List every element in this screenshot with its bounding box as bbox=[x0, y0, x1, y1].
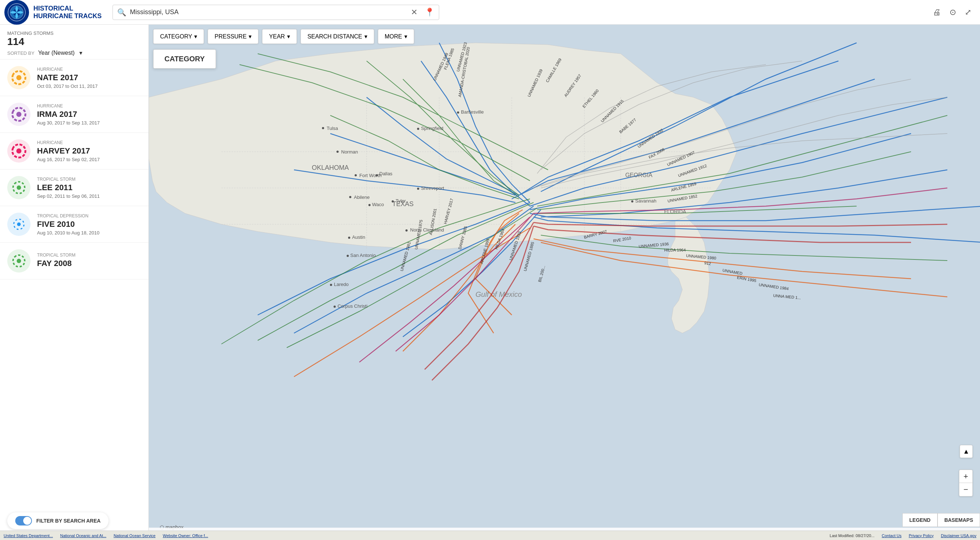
footer-link-owner[interactable]: Website Owner: Office f... bbox=[162, 534, 208, 538]
storm-card-lee[interactable]: TROPICAL STORM LEE 2011 Sep 02, 2011 to … bbox=[0, 170, 148, 206]
storm-card-nate[interactable]: HURRICANE NATE 2017 Oct 03, 2017 to Oct … bbox=[0, 60, 148, 96]
storm-info-fay: TROPICAL STORM FAY 2008 bbox=[37, 253, 141, 269]
svg-text:GEORGIA: GEORGIA bbox=[625, 172, 652, 178]
more-filter-button[interactable]: MORE ▾ bbox=[378, 29, 414, 44]
storm-icon-harvey bbox=[7, 139, 30, 163]
map-action-buttons: LEGEND BASEMAPS bbox=[902, 513, 980, 527]
legend-button[interactable]: LEGEND bbox=[902, 513, 937, 527]
storm-list: HURRICANE NATE 2017 Oct 03, 2017 to Oct … bbox=[0, 60, 148, 280]
storm-name-harvey: HARVEY 2017 bbox=[37, 146, 141, 156]
svg-point-60 bbox=[322, 127, 324, 129]
pressure-chevron-icon: ▾ bbox=[249, 33, 251, 40]
svg-point-6 bbox=[17, 186, 21, 190]
svg-point-62 bbox=[336, 151, 339, 153]
more-filter-label: MORE bbox=[385, 33, 402, 40]
svg-point-4 bbox=[16, 112, 21, 117]
app-title-line2: HURRICANE TRACKS bbox=[33, 12, 102, 20]
footer-link-usda[interactable]: United States Department... bbox=[4, 534, 53, 538]
storm-type-fay: TROPICAL STORM bbox=[37, 253, 141, 258]
svg-point-74 bbox=[417, 187, 419, 190]
svg-point-82 bbox=[334, 306, 336, 308]
map-area: CATEGORY ▾ PRESSURE ▾ YEAR ▾ SEARCH DIST… bbox=[149, 25, 980, 540]
app-header: HISTORICAL HURRICANE TRACKS 🔍 ✕ 📍 🖨 ⊙ ⤢ bbox=[0, 0, 980, 25]
svg-text:Gulf of Mexico: Gulf of Mexico bbox=[476, 290, 522, 298]
storm-icon-irma bbox=[7, 103, 30, 126]
clear-search-button[interactable]: ✕ bbox=[411, 8, 417, 17]
svg-text:Tyler: Tyler bbox=[396, 198, 406, 203]
storm-info-nate: HURRICANE NATE 2017 Oct 03, 2017 to Oct … bbox=[37, 67, 141, 89]
storm-dates-irma: Aug 30, 2017 to Sep 13, 2017 bbox=[37, 120, 141, 125]
footer-privacy[interactable]: Privacy Policy bbox=[909, 534, 934, 538]
storm-card-fay[interactable]: TROPICAL STORM FAY 2008 bbox=[0, 243, 148, 280]
storm-info-lee: TROPICAL STORM LEE 2011 Sep 02, 2011 to … bbox=[37, 177, 141, 199]
storm-name-fay: FAY 2008 bbox=[37, 259, 141, 268]
footer-contact[interactable]: Contact Us bbox=[881, 534, 901, 538]
storm-name-irma: IRMA 2017 bbox=[37, 110, 141, 119]
year-filter-button[interactable]: YEAR ▾ bbox=[262, 29, 297, 44]
svg-text:Tulsa: Tulsa bbox=[327, 125, 338, 131]
basemaps-button[interactable]: BASEMAPS bbox=[937, 513, 980, 527]
svg-point-76 bbox=[348, 237, 350, 239]
svg-text:Norman: Norman bbox=[341, 149, 358, 155]
svg-point-66 bbox=[375, 174, 378, 176]
svg-point-84 bbox=[406, 229, 407, 232]
svg-point-90 bbox=[631, 200, 633, 202]
panel-header: MATCHING STORMS 114 SORTED BY Year (Newe… bbox=[0, 25, 148, 60]
svg-text:Fort Worth: Fort Worth bbox=[360, 173, 382, 178]
storm-name-nate: NATE 2017 bbox=[37, 73, 141, 83]
category-dropdown-popup: CATEGORY bbox=[153, 49, 216, 68]
search-input[interactable] bbox=[130, 8, 407, 16]
storm-type-five: TROPICAL DEPRESSION bbox=[37, 213, 141, 218]
storm-info-harvey: HURRICANE HARVEY 2017 Aug 16, 2017 to Se… bbox=[37, 140, 141, 162]
svg-point-80 bbox=[330, 284, 332, 286]
svg-point-78 bbox=[347, 255, 349, 257]
left-panel: MATCHING STORMS 114 SORTED BY Year (Newe… bbox=[0, 25, 149, 540]
footer-disclaimer[interactable]: Disclaimer USA.gov bbox=[941, 534, 976, 538]
distance-chevron-icon: ▾ bbox=[364, 33, 368, 40]
zoom-in-button[interactable]: + bbox=[959, 470, 972, 483]
svg-point-5 bbox=[16, 148, 21, 154]
storm-type-lee: TROPICAL STORM bbox=[37, 177, 141, 182]
category-filter-button[interactable]: CATEGORY ▾ bbox=[153, 29, 204, 44]
zoom-out-button[interactable]: − bbox=[959, 483, 972, 496]
svg-text:San Antonio: San Antonio bbox=[350, 253, 375, 258]
search-icon[interactable]: 🔍 bbox=[117, 8, 126, 17]
storm-card-harvey[interactable]: HURRICANE HARVEY 2017 Aug 16, 2017 to Se… bbox=[0, 133, 148, 170]
year-chevron-icon: ▾ bbox=[287, 33, 290, 40]
storm-dates-lee: Sep 02, 2011 to Sep 06, 2011 bbox=[37, 194, 141, 199]
footer-link-noaa[interactable]: National Oceanic and At... bbox=[60, 534, 107, 538]
sorted-by-label: SORTED BY bbox=[7, 51, 35, 56]
storm-dates-five: Aug 10, 2010 to Aug 18, 2010 bbox=[37, 230, 141, 235]
matching-count: 114 bbox=[7, 36, 141, 48]
settings-icon[interactable]: ⊙ bbox=[950, 8, 956, 17]
category-dropdown-label: CATEGORY bbox=[164, 55, 205, 63]
storm-card-irma[interactable]: HURRICANE IRMA 2017 Aug 30, 2017 to Sep … bbox=[0, 96, 148, 133]
storm-dates-nate: Oct 03, 2017 to Oct 11, 2017 bbox=[37, 83, 141, 89]
locate-icon[interactable]: 📍 bbox=[425, 8, 434, 17]
svg-text:North Cleveland: North Cleveland bbox=[410, 227, 444, 233]
storm-type-nate: HURRICANE bbox=[37, 67, 141, 72]
storm-icon-five bbox=[7, 213, 30, 236]
app-title: HISTORICAL HURRICANE TRACKS bbox=[33, 5, 102, 20]
storm-card-five[interactable]: TROPICAL DEPRESSION FIVE 2010 Aug 10, 20… bbox=[0, 206, 148, 243]
storm-info-irma: HURRICANE IRMA 2017 Aug 30, 2017 to Sep … bbox=[37, 103, 141, 125]
distance-filter-button[interactable]: SEARCH DISTANCE ▾ bbox=[301, 29, 374, 44]
svg-point-7 bbox=[17, 222, 21, 226]
year-filter-label: YEAR bbox=[269, 33, 285, 40]
filter-toggle[interactable]: FILTER BY SEARCH AREA bbox=[7, 512, 108, 529]
share-icon[interactable]: ⤢ bbox=[965, 8, 971, 17]
noaa-logo bbox=[4, 0, 29, 25]
svg-text:Shreveport: Shreveport bbox=[421, 186, 444, 191]
app-title-line1: HISTORICAL bbox=[33, 5, 102, 12]
svg-text:Savannah: Savannah bbox=[635, 198, 657, 203]
svg-text:OKLAHOMA: OKLAHOMA bbox=[312, 164, 349, 171]
footer: United States Department... National Oce… bbox=[0, 530, 980, 540]
sort-arrow-icon[interactable]: ▼ bbox=[78, 50, 83, 56]
footer-link-nos[interactable]: National Ocean Service bbox=[114, 534, 156, 538]
sorted-by-value: Year (Newest) bbox=[38, 50, 75, 56]
pressure-filter-button[interactable]: PRESSURE ▾ bbox=[208, 29, 258, 44]
print-icon[interactable]: 🖨 bbox=[933, 8, 941, 17]
header-actions: 🖨 ⊙ ⤢ bbox=[933, 8, 971, 17]
compass-control[interactable]: ▲ bbox=[960, 445, 973, 458]
category-chevron-icon: ▾ bbox=[194, 33, 197, 40]
